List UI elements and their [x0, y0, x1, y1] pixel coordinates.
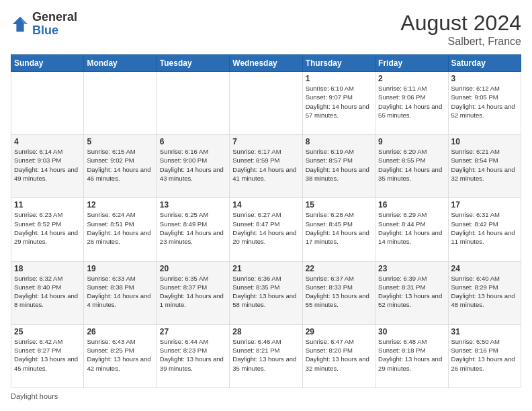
calendar-day-header: Monday [84, 55, 157, 72]
day-info: Sunrise: 6:10 AM Sunset: 9:07 PM Dayligh… [306, 84, 372, 120]
calendar-cell: 22Sunrise: 6:37 AM Sunset: 8:33 PM Dayli… [302, 261, 375, 324]
day-info: Sunrise: 6:39 AM Sunset: 8:31 PM Dayligh… [378, 274, 445, 310]
logo-text: General Blue [32, 11, 77, 38]
calendar-week-row: 18Sunrise: 6:32 AM Sunset: 8:40 PM Dayli… [11, 261, 521, 324]
calendar-cell: 31Sunrise: 6:50 AM Sunset: 8:16 PM Dayli… [448, 324, 521, 387]
calendar-week-row: 1Sunrise: 6:10 AM Sunset: 9:07 PM Daylig… [11, 72, 521, 135]
calendar-week-row: 25Sunrise: 6:42 AM Sunset: 8:27 PM Dayli… [11, 324, 521, 387]
day-info: Sunrise: 6:48 AM Sunset: 8:18 PM Dayligh… [378, 337, 445, 373]
day-number: 8 [306, 137, 372, 146]
calendar-cell: 3Sunrise: 6:12 AM Sunset: 9:05 PM Daylig… [448, 72, 521, 135]
calendar-cell: 5Sunrise: 6:15 AM Sunset: 9:02 PM Daylig… [84, 135, 157, 198]
day-number: 15 [306, 200, 372, 210]
calendar-cell [84, 72, 157, 135]
day-info: Sunrise: 6:47 AM Sunset: 8:20 PM Dayligh… [306, 337, 372, 373]
day-info: Sunrise: 6:27 AM Sunset: 8:47 PM Dayligh… [232, 210, 299, 246]
day-info: Sunrise: 6:31 AM Sunset: 8:42 PM Dayligh… [451, 210, 518, 246]
logo-general-text: General [32, 11, 77, 24]
calendar-day-header: Sunday [11, 55, 84, 72]
day-info: Sunrise: 6:23 AM Sunset: 8:52 PM Dayligh… [14, 210, 81, 246]
logo-icon [11, 15, 30, 34]
day-number: 16 [378, 200, 445, 210]
day-info: Sunrise: 6:40 AM Sunset: 8:29 PM Dayligh… [451, 274, 518, 310]
day-number: 3 [451, 74, 518, 83]
page-subtitle: Salbert, France [400, 36, 521, 48]
title-block: August 2024 Salbert, France [400, 11, 521, 48]
page-title: August 2024 [400, 11, 521, 36]
calendar-cell: 24Sunrise: 6:40 AM Sunset: 8:29 PM Dayli… [448, 261, 521, 324]
day-number: 2 [378, 74, 445, 83]
footer-note: Daylight hours [11, 392, 521, 400]
calendar-cell: 27Sunrise: 6:44 AM Sunset: 8:23 PM Dayli… [157, 324, 229, 387]
day-info: Sunrise: 6:36 AM Sunset: 8:35 PM Dayligh… [232, 274, 299, 310]
day-info: Sunrise: 6:29 AM Sunset: 8:44 PM Dayligh… [378, 210, 445, 246]
calendar-cell: 11Sunrise: 6:23 AM Sunset: 8:52 PM Dayli… [11, 198, 84, 261]
calendar-cell: 30Sunrise: 6:48 AM Sunset: 8:18 PM Dayli… [375, 324, 448, 387]
calendar-cell: 9Sunrise: 6:20 AM Sunset: 8:55 PM Daylig… [375, 135, 448, 198]
calendar-cell: 13Sunrise: 6:25 AM Sunset: 8:49 PM Dayli… [157, 198, 229, 261]
day-number: 22 [306, 264, 372, 273]
day-info: Sunrise: 6:15 AM Sunset: 9:02 PM Dayligh… [87, 147, 153, 183]
calendar-cell: 2Sunrise: 6:11 AM Sunset: 9:06 PM Daylig… [375, 72, 448, 135]
calendar-cell: 19Sunrise: 6:33 AM Sunset: 8:38 PM Dayli… [84, 261, 157, 324]
calendar-cell: 6Sunrise: 6:16 AM Sunset: 9:00 PM Daylig… [157, 135, 229, 198]
day-number: 24 [451, 264, 518, 273]
calendar-cell: 25Sunrise: 6:42 AM Sunset: 8:27 PM Dayli… [11, 324, 84, 387]
day-info: Sunrise: 6:32 AM Sunset: 8:40 PM Dayligh… [14, 274, 81, 310]
calendar-cell: 16Sunrise: 6:29 AM Sunset: 8:44 PM Dayli… [375, 198, 448, 261]
logo-blue-text: Blue [32, 24, 77, 38]
calendar-cell: 15Sunrise: 6:28 AM Sunset: 8:45 PM Dayli… [302, 198, 375, 261]
calendar-cell [11, 72, 84, 135]
day-number: 20 [160, 264, 226, 273]
calendar-day-header: Saturday [448, 55, 521, 72]
day-info: Sunrise: 6:19 AM Sunset: 8:57 PM Dayligh… [306, 147, 372, 183]
day-info: Sunrise: 6:14 AM Sunset: 9:03 PM Dayligh… [14, 147, 81, 183]
calendar-cell: 7Sunrise: 6:17 AM Sunset: 8:59 PM Daylig… [230, 135, 302, 198]
day-number: 10 [451, 137, 518, 146]
day-number: 17 [451, 200, 518, 210]
logo: General Blue [11, 11, 77, 38]
calendar-cell: 1Sunrise: 6:10 AM Sunset: 9:07 PM Daylig… [302, 72, 375, 135]
day-number: 11 [14, 200, 81, 210]
day-info: Sunrise: 6:43 AM Sunset: 8:25 PM Dayligh… [87, 337, 153, 373]
calendar-cell: 29Sunrise: 6:47 AM Sunset: 8:20 PM Dayli… [302, 324, 375, 387]
day-number: 1 [306, 74, 372, 83]
day-number: 4 [14, 137, 81, 146]
day-number: 12 [87, 200, 153, 210]
day-number: 13 [160, 200, 226, 210]
day-info: Sunrise: 6:35 AM Sunset: 8:37 PM Dayligh… [160, 274, 226, 310]
day-info: Sunrise: 6:21 AM Sunset: 8:54 PM Dayligh… [451, 147, 518, 183]
day-number: 19 [87, 264, 153, 273]
calendar-cell: 28Sunrise: 6:46 AM Sunset: 8:21 PM Dayli… [230, 324, 302, 387]
day-number: 26 [87, 327, 153, 336]
calendar-cell: 4Sunrise: 6:14 AM Sunset: 9:03 PM Daylig… [11, 135, 84, 198]
day-number: 27 [160, 327, 226, 336]
day-number: 14 [232, 200, 299, 210]
calendar-table: SundayMondayTuesdayWednesdayThursdayFrid… [11, 54, 521, 388]
day-number: 25 [14, 327, 81, 336]
day-info: Sunrise: 6:16 AM Sunset: 9:00 PM Dayligh… [160, 147, 226, 183]
day-info: Sunrise: 6:17 AM Sunset: 8:59 PM Dayligh… [232, 147, 299, 183]
day-info: Sunrise: 6:44 AM Sunset: 8:23 PM Dayligh… [160, 337, 226, 373]
header: General Blue August 2024 Salbert, France [11, 11, 521, 48]
day-info: Sunrise: 6:33 AM Sunset: 8:38 PM Dayligh… [87, 274, 153, 310]
day-number: 30 [378, 327, 445, 336]
calendar-cell: 8Sunrise: 6:19 AM Sunset: 8:57 PM Daylig… [302, 135, 375, 198]
calendar-week-row: 4Sunrise: 6:14 AM Sunset: 9:03 PM Daylig… [11, 135, 521, 198]
calendar-day-header: Friday [375, 55, 448, 72]
day-number: 23 [378, 264, 445, 273]
calendar-cell: 20Sunrise: 6:35 AM Sunset: 8:37 PM Dayli… [157, 261, 229, 324]
day-info: Sunrise: 6:11 AM Sunset: 9:06 PM Dayligh… [378, 84, 445, 120]
day-info: Sunrise: 6:28 AM Sunset: 8:45 PM Dayligh… [306, 210, 372, 246]
day-number: 31 [451, 327, 518, 336]
day-number: 7 [232, 137, 299, 146]
day-number: 6 [160, 137, 226, 146]
day-number: 28 [232, 327, 299, 336]
calendar-day-header: Thursday [302, 55, 375, 72]
day-info: Sunrise: 6:12 AM Sunset: 9:05 PM Dayligh… [451, 84, 518, 120]
calendar-week-row: 11Sunrise: 6:23 AM Sunset: 8:52 PM Dayli… [11, 198, 521, 261]
calendar-day-header: Wednesday [230, 55, 302, 72]
day-number: 21 [232, 264, 299, 273]
day-info: Sunrise: 6:37 AM Sunset: 8:33 PM Dayligh… [306, 274, 372, 310]
calendar-cell [230, 72, 302, 135]
